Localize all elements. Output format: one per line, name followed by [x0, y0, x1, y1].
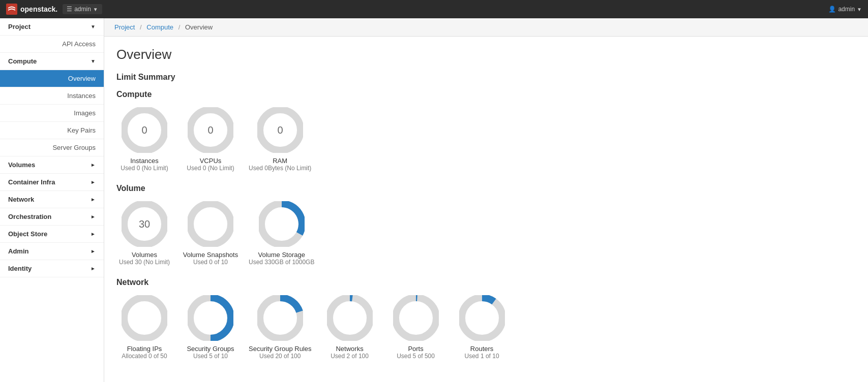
breadcrumb-sep-1: / — [140, 23, 142, 31]
sidebar-item-compute[interactable]: Compute ▼ — [0, 53, 104, 70]
svg-text:30: 30 — [139, 218, 150, 230]
sidebar-item-label: Overview — [68, 75, 96, 82]
chart-sublabel-volume-storage: Used 330GB of 1000GB — [249, 259, 314, 266]
chevron-right-icon: ► — [91, 248, 96, 254]
pie-vcpus: 0 — [188, 107, 233, 153]
sidebar-item-label: Volumes — [8, 161, 35, 169]
breadcrumb: Project / Compute / Overview — [104, 18, 868, 37]
chart-floating-ips: Floating IPs Allocated 0 of 50 — [116, 295, 172, 360]
sidebar-item-identity[interactable]: Identity ► — [0, 260, 104, 277]
project-chevron-icon: ▼ — [93, 7, 98, 12]
pie-volume-storage — [259, 201, 305, 247]
svg-point-15 — [396, 298, 436, 338]
sidebar-item-label: Identity — [8, 265, 32, 272]
chart-sublabel-security-groups: Used 5 of 10 — [193, 353, 228, 360]
chart-ports: Ports Used 5 of 500 — [388, 295, 444, 360]
chart-sublabel-floating-ips: Allocated 0 of 50 — [122, 353, 167, 360]
sidebar-item-label: Network — [8, 196, 34, 203]
pie-security-group-rules — [257, 295, 303, 341]
chevron-right-icon: ► — [91, 162, 96, 168]
user-chevron-icon: ▼ — [857, 7, 862, 12]
network-charts-row: Floating IPs Allocated 0 of 50 Security … — [116, 295, 856, 360]
page-area: Overview Limit Summary Compute 0 Instanc… — [104, 37, 868, 382]
chart-volume-storage: Volume Storage Used 330GB of 1000GB — [249, 201, 314, 266]
project-icon: ☰ — [67, 6, 72, 13]
chart-label-volume-storage: Volume Storage — [258, 251, 305, 259]
sidebar-item-instances[interactable]: Instances — [0, 87, 104, 105]
chart-label-ram: RAM — [273, 157, 287, 165]
chevron-right-icon: ► — [91, 197, 96, 202]
main-content: Project / Compute / Overview Overview Li… — [104, 18, 868, 382]
chart-sublabel-vcpus: Used 0 (No Limit) — [187, 165, 234, 172]
compute-section-title: Compute — [116, 90, 856, 99]
pie-networks — [327, 295, 373, 341]
user-label: admin — [838, 6, 855, 13]
sidebar-item-object-store[interactable]: Object Store ► — [0, 226, 104, 243]
chart-sublabel-volumes: Used 30 (No Limit) — [119, 259, 170, 266]
chevron-right-icon: ► — [91, 214, 96, 219]
sidebar-item-label: Compute — [8, 57, 37, 65]
sidebar-item-network[interactable]: Network ► — [0, 191, 104, 208]
chart-label-floating-ips: Floating IPs — [127, 345, 162, 353]
pie-ram: 0 — [257, 107, 303, 153]
sidebar-item-label: Orchestration — [8, 213, 51, 220]
sidebar-item-label: Admin — [8, 247, 28, 255]
breadcrumb-sep-2: / — [178, 23, 181, 31]
breadcrumb-project[interactable]: Project — [114, 23, 135, 31]
svg-text:0: 0 — [141, 124, 147, 136]
user-menu[interactable]: 👤 admin ▼ — [828, 6, 862, 13]
chart-label-security-groups: Security Groups — [187, 345, 234, 353]
sidebar-item-overview[interactable]: Overview — [0, 70, 104, 87]
breadcrumb-compute[interactable]: Compute — [146, 23, 173, 31]
user-icon: 👤 — [828, 6, 836, 13]
project-selector[interactable]: ☰ admin ▼ — [63, 4, 102, 14]
chart-sublabel-networks: Used 2 of 100 — [331, 353, 369, 360]
sidebar-item-volumes[interactable]: Volumes ► — [0, 156, 104, 174]
chart-security-group-rules: Security Group Rules Used 20 of 100 — [249, 295, 312, 360]
sidebar-item-admin[interactable]: Admin ► — [0, 243, 104, 260]
sidebar-item-orchestration[interactable]: Orchestration ► — [0, 208, 104, 226]
sidebar-item-api-access[interactable]: API Access — [0, 36, 104, 53]
chevron-right-icon: ► — [91, 179, 96, 185]
volume-section-title: Volume — [116, 184, 856, 193]
chart-label-networks: Networks — [336, 345, 363, 353]
openstack-logo: openstack. — [6, 4, 57, 15]
sidebar-item-images[interactable]: Images — [0, 105, 104, 122]
chart-label-routers: Routers — [470, 345, 494, 353]
pie-security-groups — [188, 295, 233, 341]
page-title: Overview — [116, 47, 856, 62]
chart-volume-snapshots: Volume Snapshots Used 0 of 10 — [183, 201, 238, 266]
chart-networks: Networks Used 2 of 100 — [322, 295, 378, 360]
chevron-right-icon: ► — [91, 266, 96, 271]
svg-point-9 — [190, 204, 231, 244]
openstack-logo-icon — [6, 4, 17, 15]
topbar: openstack. ☰ admin ▼ 👤 admin ▼ — [0, 0, 868, 18]
svg-text:0: 0 — [277, 124, 283, 136]
sidebar-item-label: Object Store — [8, 230, 47, 238]
chart-label-security-group-rules: Security Group Rules — [249, 345, 312, 353]
chart-ram: 0 RAM Used 0Bytes (No Limit) — [249, 107, 311, 172]
pie-floating-ips — [122, 295, 167, 341]
sidebar-item-project[interactable]: Project ▼ — [0, 18, 104, 36]
sidebar-item-server-groups[interactable]: Server Groups — [0, 139, 104, 156]
compute-charts-row: 0 Instances Used 0 (No Limit) 0 VCPUs Us… — [116, 107, 856, 172]
svg-point-14 — [330, 298, 370, 338]
chart-sublabel-routers: Used 1 of 10 — [465, 353, 499, 360]
chart-sublabel-ports: Used 5 of 500 — [397, 353, 435, 360]
svg-point-16 — [462, 298, 502, 338]
chart-label-volumes: Volumes — [132, 251, 157, 259]
sidebar-item-key-pairs[interactable]: Key Pairs — [0, 122, 104, 139]
sidebar-item-label: Project — [8, 23, 31, 30]
sidebar-item-container-infra[interactable]: Container Infra ► — [0, 174, 104, 191]
chart-label-vcpus: VCPUs — [200, 157, 222, 165]
sidebar-item-label: API Access — [62, 40, 96, 48]
pie-instances: 0 — [122, 107, 167, 153]
network-section-title: Network — [116, 278, 856, 287]
chart-vcpus: 0 VCPUs Used 0 (No Limit) — [183, 107, 238, 172]
pie-ports — [393, 295, 439, 341]
pie-routers — [459, 295, 505, 341]
sidebar-item-label: Instances — [67, 92, 96, 100]
chevron-right-icon: ► — [91, 231, 96, 237]
chevron-down-icon: ▼ — [91, 58, 96, 64]
volume-charts-row: 30 Volumes Used 30 (No Limit) Volume Sna… — [116, 201, 856, 266]
